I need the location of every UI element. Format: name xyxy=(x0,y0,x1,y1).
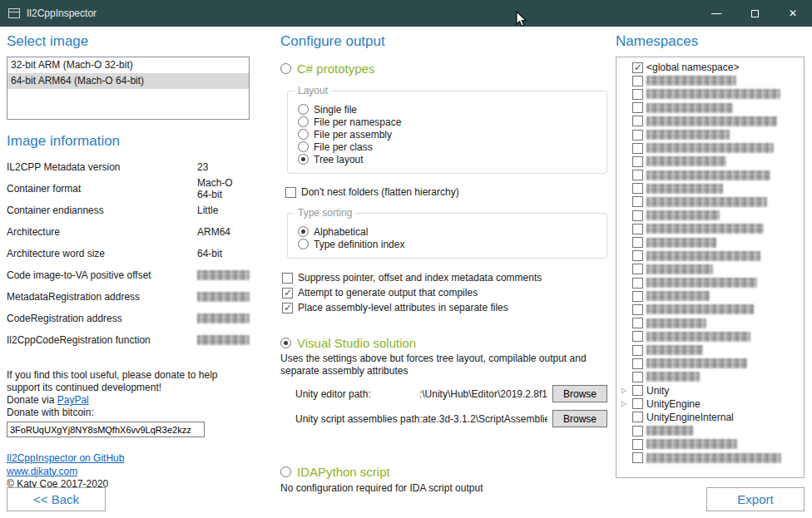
idapython-script-radio[interactable] xyxy=(280,466,291,477)
namespace-row[interactable] xyxy=(619,128,804,141)
sorting-option-alphabetical[interactable]: Alphabetical xyxy=(298,225,598,238)
namespace-checkbox[interactable] xyxy=(632,183,643,194)
namespace-checkbox[interactable] xyxy=(632,102,643,113)
namespace-row[interactable] xyxy=(619,74,804,87)
namespace-row[interactable] xyxy=(619,424,804,437)
namespace-checkbox[interactable] xyxy=(632,196,643,207)
maximize-button[interactable] xyxy=(735,0,774,27)
separate-attributes-option[interactable]: Place assembly-level attributes in separ… xyxy=(282,302,607,313)
namespace-row[interactable] xyxy=(619,182,804,195)
namespace-checkbox[interactable] xyxy=(632,62,643,73)
namespace-row[interactable]: ▷Unity xyxy=(619,384,804,397)
namespace-row[interactable]: UnityEngineInternal xyxy=(619,411,804,424)
type-definition-index-radio[interactable] xyxy=(298,239,309,249)
namespace-checkbox[interactable] xyxy=(632,426,643,437)
namespace-row[interactable] xyxy=(619,263,804,276)
namespace-checkbox[interactable] xyxy=(632,250,643,261)
namespace-checkbox[interactable] xyxy=(632,304,643,315)
namespace-checkbox[interactable] xyxy=(632,237,643,248)
namespace-checkbox[interactable] xyxy=(632,278,643,289)
compilable-output-option[interactable]: Attempt to generate output that compiles xyxy=(282,287,607,298)
namespace-row[interactable] xyxy=(619,317,804,330)
namespace-checkbox[interactable] xyxy=(632,439,643,450)
back-button[interactable]: << Back xyxy=(7,487,106,511)
namespace-checkbox[interactable] xyxy=(632,318,643,328)
separate-attributes-checkbox[interactable] xyxy=(282,303,293,313)
file-per-namespace-radio[interactable] xyxy=(298,116,309,127)
compilable-output-checkbox[interactable] xyxy=(282,288,293,298)
minimize-button[interactable]: — xyxy=(697,0,735,27)
namespace-row[interactable] xyxy=(619,343,804,357)
namespace-checkbox[interactable] xyxy=(632,89,643,100)
website-link[interactable]: www.djkaty.com xyxy=(7,466,77,477)
namespace-checkbox[interactable] xyxy=(632,331,643,342)
namespace-row[interactable] xyxy=(619,141,804,155)
namespace-checkbox[interactable] xyxy=(632,452,643,463)
namespace-checkbox[interactable] xyxy=(632,143,643,154)
namespace-checkbox[interactable] xyxy=(632,210,643,221)
visual-studio-solution-radio[interactable] xyxy=(280,338,291,348)
file-per-class-radio[interactable] xyxy=(298,141,309,152)
namespace-row[interactable] xyxy=(619,235,804,249)
namespace-checkbox[interactable] xyxy=(632,398,643,409)
csharp-prototypes-radio[interactable] xyxy=(280,63,291,74)
layout-option-tree-layout[interactable]: Tree layout xyxy=(298,153,598,165)
namespace-checkbox[interactable] xyxy=(632,116,643,126)
namespace-row[interactable] xyxy=(619,249,804,263)
image-list-item[interactable]: 32-bit ARM (Mach-O 32-bit) xyxy=(7,57,249,73)
namespace-row[interactable] xyxy=(619,303,804,316)
close-button[interactable]: ✕ xyxy=(774,0,812,27)
namespace-row[interactable] xyxy=(619,289,804,303)
expander-icon[interactable]: ▷ xyxy=(619,397,629,411)
image-list-item[interactable]: 64-bit ARM64 (Mach-O 64-bit) xyxy=(7,73,249,89)
suppress-metadata-comments-option[interactable]: Suppress pointer, offset and index metad… xyxy=(282,272,607,284)
namespace-checkbox[interactable] xyxy=(632,291,643,302)
single-file-radio[interactable] xyxy=(298,104,309,115)
namespace-checkbox[interactable] xyxy=(632,170,643,180)
namespace-row[interactable] xyxy=(619,437,804,451)
layout-option-single-file[interactable]: Single file xyxy=(298,103,598,116)
layout-option-file-per-namespace[interactable]: File per namespace xyxy=(298,116,598,128)
layout-option-file-per-assembly[interactable]: File per assembly xyxy=(298,128,598,141)
alphabetical-radio[interactable] xyxy=(298,226,309,237)
namespace-checkbox[interactable] xyxy=(632,224,643,234)
namespace-row[interactable] xyxy=(619,195,804,209)
namespace-row[interactable] xyxy=(619,169,804,182)
namespace-row[interactable] xyxy=(619,222,804,235)
namespace-row[interactable] xyxy=(619,115,804,128)
namespace-checkbox[interactable] xyxy=(632,412,643,422)
idapython-script-option[interactable]: IDAPython script xyxy=(280,465,607,479)
flatten-hierarchy-option[interactable]: Don't nest folders (flatten hierarchy) xyxy=(285,186,607,198)
namespace-row[interactable] xyxy=(619,155,804,168)
namespace-row[interactable] xyxy=(619,451,804,464)
tree-layout-radio[interactable] xyxy=(298,154,309,165)
flatten-hierarchy-checkbox[interactable] xyxy=(285,187,296,198)
github-link[interactable]: Il2CppInspector on GitHub xyxy=(7,452,124,464)
visual-studio-solution-option[interactable]: Visual Studio solution xyxy=(280,336,607,350)
paypal-link[interactable]: PayPal xyxy=(57,394,89,406)
suppress-metadata-comments-checkbox[interactable] xyxy=(282,273,293,284)
bitcoin-address-input[interactable] xyxy=(7,422,205,437)
namespace-row[interactable]: ▷UnityEngine xyxy=(619,397,804,411)
image-listbox[interactable]: 32-bit ARM (Mach-O 32-bit) 64-bit ARM64 … xyxy=(7,57,250,120)
namespace-checkbox[interactable] xyxy=(632,76,643,86)
namespace-checkbox[interactable] xyxy=(632,372,643,382)
namespace-checkbox[interactable] xyxy=(632,264,643,274)
csharp-prototypes-option[interactable]: C# prototypes xyxy=(280,62,607,76)
export-button[interactable]: Export xyxy=(706,487,805,511)
namespace-row[interactable] xyxy=(619,276,804,289)
unity-editor-browse-button[interactable]: Browse xyxy=(552,385,607,402)
expander-icon[interactable]: ▷ xyxy=(619,384,629,397)
layout-option-file-per-class[interactable]: File per class xyxy=(298,141,598,153)
namespace-row[interactable] xyxy=(619,101,804,115)
namespace-checkbox[interactable] xyxy=(632,130,643,141)
sorting-option-type-definition-index[interactable]: Type definition index xyxy=(298,238,598,250)
namespace-row[interactable] xyxy=(619,87,804,101)
namespace-row[interactable] xyxy=(619,330,804,343)
namespace-checkbox[interactable] xyxy=(632,385,643,396)
namespace-row[interactable] xyxy=(619,209,804,222)
namespace-list[interactable]: <global namespace>▷Unity▷UnityEngineUnit… xyxy=(616,57,805,478)
namespace-checkbox[interactable] xyxy=(632,345,643,356)
namespace-row[interactable]: <global namespace> xyxy=(619,61,804,74)
namespace-checkbox[interactable] xyxy=(632,358,643,369)
